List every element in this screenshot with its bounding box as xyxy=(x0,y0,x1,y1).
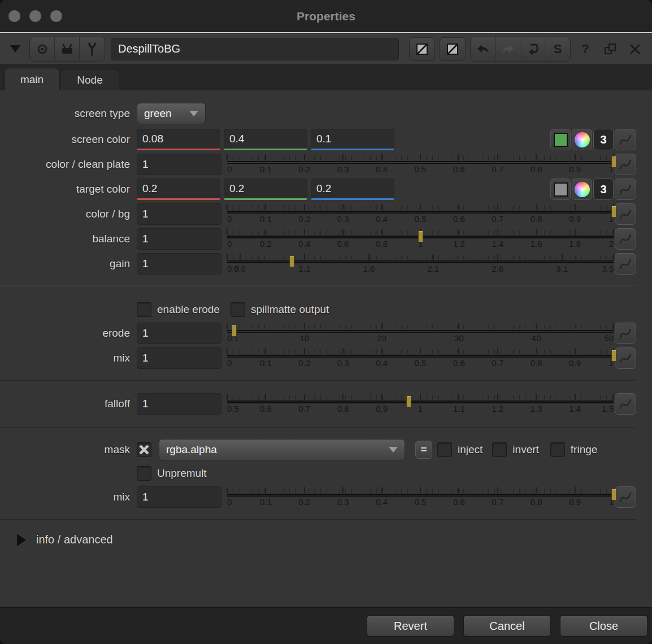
invert-checkbox[interactable] xyxy=(492,442,507,457)
disclosure-triangle-icon xyxy=(17,534,26,546)
show-in-viewer-button[interactable] xyxy=(55,37,80,61)
screen-color-label: screen color xyxy=(0,133,137,146)
mask-enable-checkbox[interactable] xyxy=(137,442,151,457)
animation-curve-icon xyxy=(619,207,632,221)
erode-slider[interactable]: 0.11020304050 xyxy=(227,323,614,344)
enable-erode-label: enable erode xyxy=(157,303,220,316)
clean-plate-curve-button[interactable] xyxy=(615,154,636,175)
mix-input[interactable] xyxy=(137,347,221,369)
animation-curve-icon xyxy=(619,257,632,271)
color-bg-slider[interactable]: 00.10.20.30.40.50.60.70.80.91 xyxy=(227,203,614,225)
hide-input-button[interactable] xyxy=(409,37,435,61)
falloff-input[interactable] xyxy=(137,393,221,415)
balance-curve-button[interactable] xyxy=(615,228,636,250)
unpremult-label: Unpremult xyxy=(157,467,207,480)
falloff-curve-button[interactable] xyxy=(615,393,636,415)
screen-color-wheel-button[interactable] xyxy=(572,129,592,150)
target-color-label: target color xyxy=(0,183,137,195)
node-icon-group xyxy=(29,37,105,62)
panel-collapse-caret-icon[interactable] xyxy=(10,45,20,53)
section-divider xyxy=(0,427,636,428)
tab-main[interactable]: main xyxy=(5,68,59,90)
undo-redo-group: S xyxy=(470,37,571,62)
channel-count: 3 xyxy=(600,133,606,146)
erode-input[interactable] xyxy=(137,323,221,344)
target-color-r-input[interactable] xyxy=(137,179,220,200)
gain-slider[interactable]: 0.50.61.11.62.12.63.13.5 xyxy=(227,253,614,275)
toolbar-right: S ? xyxy=(409,37,645,62)
mask-equals-button[interactable]: = xyxy=(415,441,432,459)
cancel-button[interactable]: Cancel xyxy=(463,615,551,637)
screen-type-value: green xyxy=(144,107,172,120)
enable-erode-checkbox[interactable] xyxy=(137,302,151,317)
tab-main-label: main xyxy=(20,73,44,86)
inject-label: inject xyxy=(458,443,483,456)
mix-curve-button[interactable] xyxy=(615,347,636,369)
undo-button[interactable] xyxy=(471,37,495,61)
color-bg-input[interactable] xyxy=(137,203,221,225)
balance-input[interactable] xyxy=(137,228,221,250)
mix2-slider[interactable]: 00.10.20.30.40.50.60.70.80.91 xyxy=(227,486,614,508)
falloff-slider[interactable]: 0.50.60.70.80.911.11.21.31.41.5 xyxy=(227,393,614,415)
node-center-button[interactable] xyxy=(30,37,55,61)
screen-color-r-input[interactable] xyxy=(137,129,220,150)
mix2-curve-button[interactable] xyxy=(615,486,636,508)
float-windows-icon xyxy=(603,42,617,56)
screen-color-b-input[interactable] xyxy=(311,129,394,150)
falloff-label: falloff xyxy=(0,398,137,410)
color-wheel-icon xyxy=(575,182,590,197)
clean-plate-input[interactable] xyxy=(137,154,221,175)
tab-node[interactable]: Node xyxy=(60,69,119,90)
color-bg-curve-button[interactable] xyxy=(615,203,636,225)
balance-slider[interactable]: 00.20.40.60.811.21.41.61.82 xyxy=(227,228,614,250)
target-color-g-input[interactable] xyxy=(224,179,307,200)
main-panel: screen type green screen color 3 color /… xyxy=(0,90,652,546)
node-settings-button[interactable] xyxy=(80,37,105,61)
float-window-button[interactable] xyxy=(600,39,620,59)
revert-knobs-button[interactable] xyxy=(520,37,545,61)
target-color-wheel-button[interactable] xyxy=(572,179,592,200)
close-button[interactable]: Close xyxy=(560,615,647,637)
chevron-down-icon xyxy=(389,447,398,452)
erode-curve-button[interactable] xyxy=(615,323,636,344)
spillmatte-output-checkbox[interactable] xyxy=(231,302,245,317)
spillmatte-output-label: spillmatte output xyxy=(251,303,329,316)
node-name-input[interactable] xyxy=(111,38,399,60)
close-panel-button[interactable] xyxy=(625,39,645,59)
target-color-channels-button[interactable]: 3 xyxy=(593,179,614,200)
screen-type-dropdown[interactable]: green xyxy=(137,103,206,124)
undo-arrow-icon xyxy=(476,42,490,56)
mix-slider[interactable]: 00.10.20.30.40.50.60.70.80.91 xyxy=(227,347,614,369)
color-swatch xyxy=(554,133,568,147)
postage-stamp-button[interactable] xyxy=(440,37,466,61)
mask-label: mask xyxy=(0,443,137,456)
screen-color-channels-button[interactable]: 3 xyxy=(593,129,614,150)
help-button[interactable]: ? xyxy=(575,39,596,59)
target-color-curve-button[interactable] xyxy=(615,179,636,200)
target-color-widgets: 3 xyxy=(550,179,636,200)
gain-curve-button[interactable] xyxy=(615,253,636,275)
tv-icon xyxy=(60,42,75,56)
mix2-input[interactable] xyxy=(137,486,221,508)
info-advanced-disclosure[interactable]: info / advanced xyxy=(17,533,636,546)
unpremult-checkbox[interactable] xyxy=(137,466,151,481)
clean-plate-slider[interactable]: 00.10.20.30.40.50.60.70.80.91 xyxy=(227,154,614,175)
target-color-b-input[interactable] xyxy=(311,179,394,200)
gain-input[interactable] xyxy=(137,253,221,275)
target-color-swatch-button[interactable] xyxy=(550,179,571,200)
screen-color-g-input[interactable] xyxy=(224,129,307,150)
mask-channel-dropdown[interactable]: rgba.alpha xyxy=(159,439,405,460)
clean-plate-label: color / clean plate xyxy=(0,158,137,171)
redo-button[interactable] xyxy=(495,37,520,61)
revert-button[interactable]: Revert xyxy=(367,615,454,637)
fringe-checkbox[interactable] xyxy=(550,442,565,457)
slash-square-icon xyxy=(415,42,429,56)
screen-color-curve-button[interactable] xyxy=(615,129,636,150)
inject-checkbox[interactable] xyxy=(437,442,452,457)
screen-color-swatch-button[interactable] xyxy=(550,129,571,150)
section-divider xyxy=(0,519,636,520)
screen-type-label: screen type xyxy=(0,107,137,120)
script-button[interactable]: S xyxy=(545,37,570,61)
section-divider xyxy=(0,380,636,381)
target-circle-icon xyxy=(36,42,49,56)
